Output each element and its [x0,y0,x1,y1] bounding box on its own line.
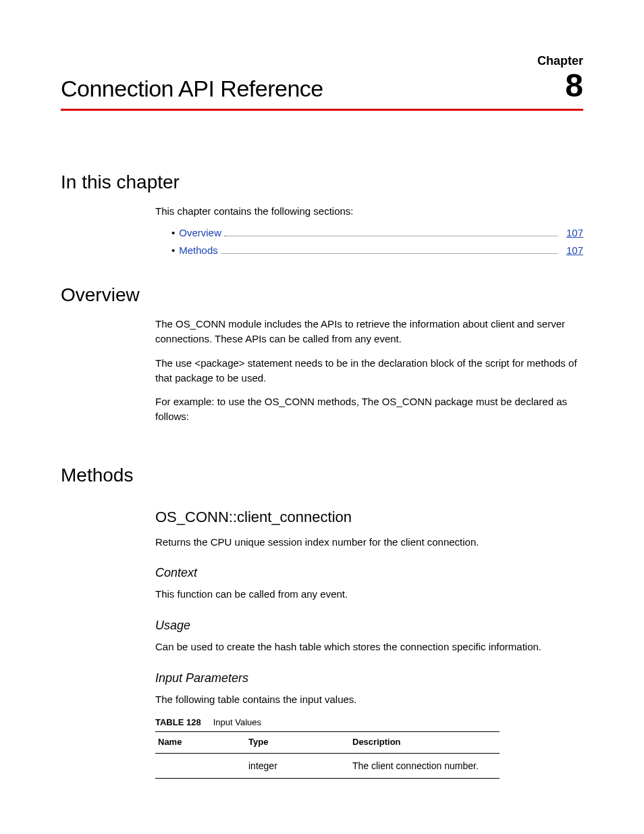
toc-page-methods[interactable]: 107 [560,243,583,258]
overview-p1: The OS_CONN module includes the APIs to … [155,317,583,346]
toc-item-overview: • Overview 107 [171,226,583,240]
cell-name [155,753,246,778]
input-values-table: Name Type Description integer The client… [155,731,500,779]
cell-type: integer [246,753,350,778]
overview-body: The OS_CONN module includes the APIs to … [155,317,583,424]
toc: • Overview 107 • Methods 107 [155,226,583,258]
bullet-icon: • [171,243,175,258]
col-description: Description [350,731,500,753]
col-name: Name [155,731,246,753]
bullet-icon: • [171,226,175,240]
overview-p2: The use <package> statement needs to be … [155,356,583,386]
context-text: This function can be called from any eve… [155,587,583,602]
col-type: Type [246,731,350,753]
cell-description: The client connection number. [350,753,500,778]
table-number: TABLE 128 [155,717,201,727]
title-row: Connection API Reference 8 [61,70,583,111]
table-title: Input Values [213,717,261,727]
input-params-intro: The following table contains the input v… [155,692,583,707]
subheading-context: Context [155,564,583,581]
usage-text: Can be used to create the hash table whi… [155,640,583,654]
toc-item-methods: • Methods 107 [171,243,583,258]
chapter-number: 8 [565,70,583,102]
in-this-chapter-body: This chapter contains the following sect… [155,204,583,257]
overview-p3: For example: to use the OS_CONN methods,… [155,394,583,424]
heading-in-this-chapter: In this chapter [61,172,583,193]
table-row: integer The client connection number. [155,753,500,778]
toc-leader [224,226,558,236]
toc-leader [221,244,558,254]
methods-body: OS_CONN::client_connection Returns the C… [155,506,583,779]
page: Chapter Connection API Reference 8 In th… [0,0,644,819]
chapter-label: Chapter [61,54,583,68]
subheading-client-connection: OS_CONN::client_connection [155,506,583,528]
in-this-chapter-intro: This chapter contains the following sect… [155,204,583,219]
heading-methods: Methods [61,465,583,486]
table-header-row: Name Type Description [155,731,500,753]
table-caption: TABLE 128Input Values [155,716,583,729]
subheading-usage: Usage [155,617,583,634]
toc-link-overview[interactable]: Overview [179,226,221,240]
client-connection-desc: Returns the CPU unique session index num… [155,535,583,550]
chapter-title: Connection API Reference [61,76,323,102]
toc-page-overview[interactable]: 107 [560,226,583,240]
heading-overview: Overview [61,284,583,306]
subheading-input-parameters: Input Parameters [155,669,583,687]
toc-link-methods[interactable]: Methods [179,243,218,258]
